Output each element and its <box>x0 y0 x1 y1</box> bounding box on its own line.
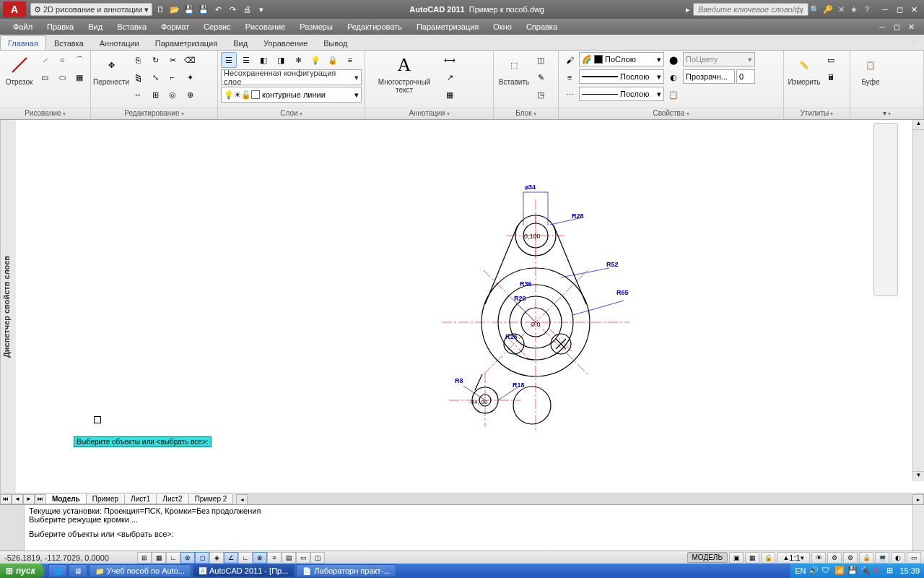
print-icon[interactable]: 🖨 <box>240 3 253 16</box>
rectangle-button[interactable]: ▭ <box>37 69 53 85</box>
explode-button[interactable]: ✦ <box>182 69 198 85</box>
layer-states-button[interactable]: ☰ <box>238 52 254 68</box>
menu-tools[interactable]: Сервис <box>196 20 238 33</box>
lwt-toggle[interactable]: ≡ <box>267 552 282 564</box>
open-icon[interactable]: 📂 <box>168 3 181 16</box>
cmdline-grip[interactable] <box>0 505 25 551</box>
match-prop-button[interactable]: 🖌 <box>562 52 578 68</box>
polar-toggle[interactable]: ⊛ <box>180 552 195 564</box>
workspace-switching[interactable]: ⚙ <box>843 552 858 564</box>
paste-button[interactable]: 📋 Буфе <box>853 52 888 87</box>
polyline-button[interactable]: ⟋ <box>37 52 53 68</box>
erase-button[interactable]: ⌫ <box>182 52 198 68</box>
layer-iso-button[interactable]: ◧ <box>256 52 271 68</box>
linetype-icon-button[interactable]: ⋯ <box>562 87 578 103</box>
tab-layout-2[interactable]: Лист1 <box>124 494 157 504</box>
layer-off-button[interactable]: 💡 <box>308 52 323 68</box>
rotate-button[interactable]: ↻ <box>147 52 163 68</box>
task-explorer[interactable]: 📁 Учеб пособ по Auto... <box>89 564 191 577</box>
hardware-accel[interactable]: 💻 <box>875 552 889 564</box>
annovisibility-toggle[interactable]: 👁 <box>811 552 826 564</box>
tab-nav-buttons[interactable]: ⏮◄►⏭ <box>0 494 46 504</box>
quickview-drawings[interactable]: ▦ <box>745 552 759 564</box>
tab-output[interactable]: Вывод <box>315 35 355 50</box>
infocenter-search[interactable] <box>693 3 808 16</box>
maximize-button[interactable]: ◻ <box>892 4 907 15</box>
tpy-toggle[interactable]: ▤ <box>282 552 296 564</box>
sc-toggle[interactable]: ◫ <box>310 552 325 564</box>
system-tray[interactable]: EN 🔊 🛡 📶 💾 🔌 K ⊞ 15:39 <box>790 564 924 578</box>
key-icon[interactable]: 🔑 <box>821 3 834 16</box>
navigation-bar[interactable] <box>873 123 898 296</box>
quicklaunch-ie[interactable]: 🌐 <box>48 564 67 577</box>
tray-icon[interactable]: ⊞ <box>886 566 897 576</box>
undo-icon[interactable]: ↶ <box>212 3 225 16</box>
horizontal-scrollbar[interactable] <box>236 494 924 504</box>
trim-button[interactable]: ✂ <box>165 52 180 68</box>
mtext-button[interactable]: A Многострочный текст <box>368 52 440 95</box>
qat-more-icon[interactable]: ▾ <box>255 3 268 16</box>
command-line[interactable]: Текущие установки: Проекция=ПСК, Кромки=… <box>0 504 924 551</box>
panel-draw-title[interactable]: Рисование <box>0 108 90 119</box>
fillet-button[interactable]: ⌐ <box>165 69 180 85</box>
annoscale-icon[interactable]: 🔒 <box>761 552 775 564</box>
workspace-dropdown[interactable]: ⚙ 2D рисование и аннотации ▾ <box>30 3 152 16</box>
offset-button[interactable]: ◎ <box>165 87 180 103</box>
tab-parametric[interactable]: Параметризация <box>147 35 225 50</box>
dyn-toggle[interactable]: ⊕ <box>253 552 267 564</box>
tab-manage[interactable]: Управление <box>256 35 315 50</box>
ducs-toggle[interactable]: ∟ <box>238 552 253 564</box>
hatch-button[interactable]: ▦ <box>71 69 87 85</box>
insert-button[interactable]: ⬚ Вставить <box>497 52 531 87</box>
select-button[interactable]: ▭ <box>823 52 839 68</box>
move-button[interactable]: ✥ Перенести <box>94 52 128 87</box>
menu-insert[interactable]: Вставка <box>110 20 154 33</box>
panel-layers-title[interactable]: Слои <box>218 108 365 119</box>
snap-toggle[interactable]: ⊞ <box>137 552 152 564</box>
panel-modify-title[interactable]: Редактирование <box>91 108 217 119</box>
transparency-icon-button[interactable]: ◐ <box>666 69 681 85</box>
task-word[interactable]: 📄 Лабораторн практ-... <box>296 564 396 577</box>
saveas-icon[interactable]: 💾 <box>197 3 210 16</box>
panel-utilities-title[interactable]: Утилиты <box>784 108 850 119</box>
join-button[interactable]: ⊕ <box>182 87 198 103</box>
doc-close-button[interactable]: ✕ <box>904 21 918 33</box>
block-attr-button[interactable]: ◳ <box>533 87 549 103</box>
create-block-button[interactable]: ◫ <box>533 52 549 68</box>
panel-block-title[interactable]: Блок <box>494 108 558 119</box>
leader-button[interactable]: ↗ <box>442 69 458 85</box>
circle-button[interactable]: ○ <box>54 52 70 68</box>
scale-button[interactable]: ⤡ <box>147 69 163 85</box>
plotcolor-dropdown[interactable]: ПоЦвету▾ <box>683 52 755 66</box>
doc-restore-button[interactable]: ◻ <box>889 21 904 33</box>
annoscale-dropdown[interactable]: ▲ 1:1▾ <box>777 552 810 564</box>
measure-button[interactable]: 📏 Измерить <box>787 52 821 87</box>
edit-block-button[interactable]: ✎ <box>533 69 549 85</box>
tray-icon[interactable]: 🔊 <box>808 566 819 576</box>
tab-annotate[interactable]: Аннотации <box>92 35 147 50</box>
menu-format[interactable]: Формат <box>154 20 196 33</box>
binoculars-icon[interactable]: 🔍 <box>808 3 821 16</box>
redo-icon[interactable]: ↷ <box>226 3 239 16</box>
ellipse-button[interactable]: ⬭ <box>54 69 70 85</box>
table-button[interactable]: ▦ <box>442 87 458 103</box>
dimension-button[interactable]: ⟷ <box>442 52 458 68</box>
quickview-layouts[interactable]: ▣ <box>729 552 744 564</box>
ortho-toggle[interactable]: ∟ <box>166 552 180 564</box>
tab-model[interactable]: Модель <box>45 494 87 504</box>
new-icon[interactable]: 🗋 <box>154 3 167 16</box>
cmdline-scrollbar[interactable] <box>912 505 924 551</box>
help-icon[interactable]: ? <box>860 3 873 16</box>
linetype-dropdown[interactable]: Послою▾ <box>579 87 664 101</box>
qp-toggle[interactable]: ▭ <box>296 552 310 564</box>
vertical-scrollbar[interactable]: ▲ ▼ <box>912 120 924 481</box>
star-icon[interactable]: ★ <box>847 3 860 16</box>
exchange-icon[interactable]: ✕ <box>834 3 847 16</box>
toolbar-lock[interactable]: 🔒 <box>859 552 873 564</box>
mirror-button[interactable]: ⧎ <box>130 69 146 85</box>
model-paper-toggle[interactable]: МОДЕЛЬ <box>687 552 728 563</box>
otrack-toggle[interactable]: ∠ <box>224 552 238 564</box>
close-button[interactable]: ✕ <box>907 4 921 15</box>
tray-icon[interactable]: K <box>873 566 884 576</box>
menu-dimension[interactable]: Размеры <box>292 20 340 33</box>
